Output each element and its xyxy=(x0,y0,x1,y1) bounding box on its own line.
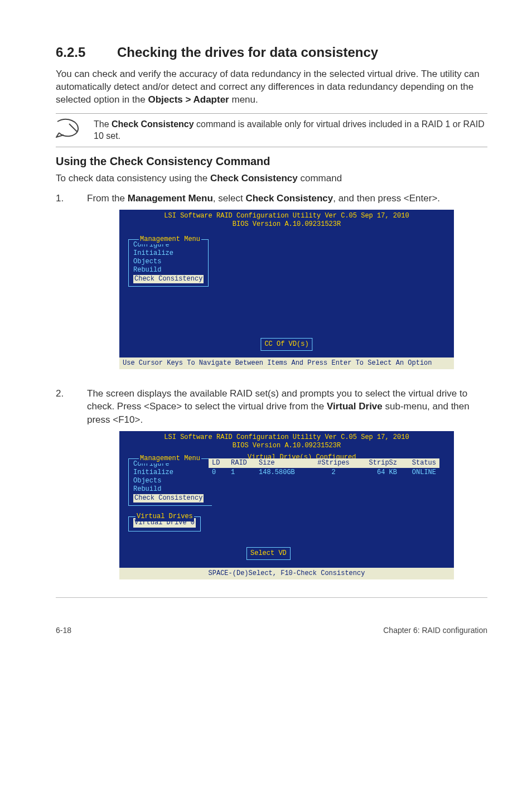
footer-divider xyxy=(56,597,487,598)
bios2-virtual-drives-box: Virtual Drives Virtual Drive 0 xyxy=(128,516,201,532)
bios2-vdrives-title: Virtual Drives xyxy=(136,512,194,521)
vd-hdr-ld: LD xyxy=(209,458,228,468)
section-heading: 6.2.5Checking the drives for data consis… xyxy=(56,45,487,60)
section-title-text: Checking the drives for data consistency xyxy=(117,45,378,60)
bios1-menu-objects[interactable]: Objects xyxy=(133,258,204,266)
bios2-menu-initialize[interactable]: Initialize xyxy=(133,468,212,477)
bios2-footer: SPACE-(De)Select, F10-Check Consistency xyxy=(119,568,454,579)
bios2-header: LSI Software RAID Configuration Utility … xyxy=(119,431,454,451)
bios2-vd-table: LD RAID Size #Stripes StripSz Status 0 1… xyxy=(209,458,448,477)
vd-hdr-stripsz: StripSz xyxy=(356,458,400,468)
page-footer: 6-18 Chapter 6: RAID configuration xyxy=(56,626,487,635)
step-2: 2. The screen displays the available RAI… xyxy=(56,387,487,590)
lead-paragraph: To check data consistency using the Chec… xyxy=(56,172,487,185)
vd-cell-status: ONLINE xyxy=(400,468,439,477)
vd-hdr-status: Status xyxy=(400,458,439,468)
svg-line-0 xyxy=(69,124,77,132)
vd-cell-stripsz: 64 KB xyxy=(356,468,400,477)
bios1-header-line1: LSI Software RAID Configuration Utility … xyxy=(119,212,454,220)
bios1-menu-initialize[interactable]: Initialize xyxy=(133,249,204,258)
bios2-menu-check-consistency[interactable]: Check Consistency xyxy=(133,494,204,503)
bios1-footer: Use Cursor Keys To Navigate Between Item… xyxy=(119,357,454,369)
vd-hdr-size: Size xyxy=(255,458,311,468)
step-number: 1. xyxy=(56,192,67,379)
step-number: 2. xyxy=(56,387,67,590)
vd-hdr-raid: RAID xyxy=(228,458,255,468)
note-block: The Check Consistency command is availab… xyxy=(56,113,487,147)
bios-screenshot-1: LSI Software RAID Configuration Utility … xyxy=(119,210,454,369)
note-icon xyxy=(56,118,80,138)
bios1-header: LSI Software RAID Configuration Utility … xyxy=(119,210,454,229)
bios1-management-menu: Management Menu Configure Initialize Obj… xyxy=(128,239,209,287)
bios1-header-line2: BIOS Version A.10.09231523R xyxy=(119,220,454,229)
bios2-header-line1: LSI Software RAID Configuration Utility … xyxy=(119,433,454,442)
bios2-select-vd-box: Select VD xyxy=(246,547,291,560)
vd-cell-raid: 1 xyxy=(228,468,255,477)
vd-cell-stripes: 2 xyxy=(311,468,356,477)
subheading: Using the Check Consistency Command xyxy=(56,155,487,168)
note-text: The Check Consistency command is availab… xyxy=(94,118,487,142)
bios1-menu-rebuild[interactable]: Rebuild xyxy=(133,266,204,274)
bios2-menu-title: Management Menu xyxy=(139,454,201,463)
bios-screenshot-2: LSI Software RAID Configuration Utility … xyxy=(119,431,454,579)
vd-row-0: 0 1 148.580GB 2 64 KB ONLINE xyxy=(209,468,448,477)
intro-paragraph: You can check and verify the accuracy of… xyxy=(56,68,487,107)
bios2-header-line2: BIOS Version A.10.09231523R xyxy=(119,442,454,450)
bios2-management-menu: Management Menu Configure Initialize Obj… xyxy=(128,458,212,506)
section-number: 6.2.5 xyxy=(56,45,117,60)
bios1-menu-title: Management Menu xyxy=(139,235,201,244)
page-number: 6-18 xyxy=(56,626,71,635)
bios2-menu-rebuild[interactable]: Rebuild xyxy=(133,485,212,494)
vd-cell-size: 148.580GB xyxy=(255,468,311,477)
bios2-menu-objects[interactable]: Objects xyxy=(133,477,212,485)
vd-hdr-stripes: #Stripes xyxy=(311,458,356,468)
bios1-menu-check-consistency[interactable]: Check Consistency xyxy=(133,275,204,283)
step-1: 1. From the Management Menu, select Chec… xyxy=(56,192,487,379)
vd-cell-ld: 0 xyxy=(209,468,228,477)
chapter-label: Chapter 6: RAID configuration xyxy=(383,626,487,635)
bios1-cc-box: CC Of VD(s) xyxy=(260,338,312,351)
